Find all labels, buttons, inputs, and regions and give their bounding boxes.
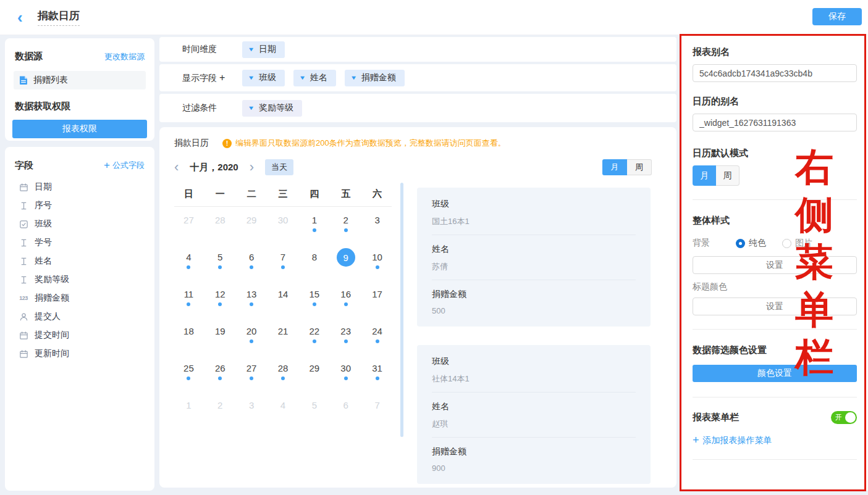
- mode-month-button[interactable]: 月: [693, 165, 716, 186]
- day-cell-5[interactable]: 5: [298, 399, 330, 429]
- datasource-item[interactable]: 捐赠列表: [14, 71, 146, 89]
- field-item-5[interactable]: 姓名: [12, 252, 147, 270]
- report-alias-label: 报表别名: [693, 46, 857, 58]
- toggle-knob: [845, 412, 856, 423]
- today-button[interactable]: 当天: [265, 159, 293, 175]
- calendar-week-row: 45678910: [173, 244, 393, 281]
- day-cell-6[interactable]: 6: [330, 399, 361, 429]
- day-cell-13[interactable]: 13: [236, 288, 268, 318]
- text-icon: [19, 257, 28, 266]
- caret-down-icon: ▼: [350, 75, 358, 81]
- field-tag[interactable]: ▼捐赠金额: [345, 70, 405, 86]
- day-cell-1[interactable]: 1: [298, 214, 330, 244]
- field-item-9[interactable]: 提交时间: [12, 326, 147, 344]
- field-tag[interactable]: ▼奖励等级: [242, 100, 302, 117]
- day-cell-5[interactable]: 5: [204, 251, 236, 281]
- day-number: 24: [361, 325, 393, 338]
- calendar-week-row: 18192021222324: [173, 318, 393, 355]
- day-cell-8[interactable]: 8: [298, 251, 330, 281]
- radio-unselected-icon: [782, 239, 791, 248]
- day-cell-29[interactable]: 29: [298, 362, 330, 392]
- day-cell-7[interactable]: 7: [268, 251, 299, 281]
- day-cell-19[interactable]: 19: [204, 325, 236, 355]
- day-cell-20[interactable]: 20: [236, 325, 268, 355]
- bg-solid-radio[interactable]: 纯色: [736, 238, 766, 249]
- day-cell-31[interactable]: 31: [361, 362, 393, 392]
- day-cell-21[interactable]: 21: [268, 325, 299, 355]
- event-card-1[interactable]: 班级国土16本1姓名苏倩捐赠金额500: [417, 188, 651, 327]
- day-number: 12: [204, 288, 236, 301]
- day-cell-6[interactable]: 6: [236, 251, 268, 281]
- warning-icon: !: [222, 139, 232, 148]
- day-cell-16[interactable]: 16: [330, 288, 361, 318]
- event-field-value: 500: [432, 306, 636, 315]
- report-permission-button[interactable]: 报表权限: [12, 120, 147, 138]
- add-display-field-icon[interactable]: +: [219, 72, 225, 83]
- bg-image-radio[interactable]: 图片: [782, 238, 812, 249]
- day-cell-27[interactable]: 27: [173, 214, 204, 244]
- day-cell-25[interactable]: 25: [173, 362, 204, 392]
- day-cell-22[interactable]: 22: [298, 325, 330, 355]
- menu-bar-toggle[interactable]: 开: [831, 411, 857, 424]
- add-formula-field-link[interactable]: + 公式字段: [104, 159, 145, 172]
- field-tag[interactable]: ▼班级: [242, 70, 285, 86]
- day-cell-24[interactable]: 24: [361, 325, 393, 355]
- view-month-button[interactable]: 月: [602, 159, 627, 175]
- day-cell-27[interactable]: 27: [236, 362, 268, 392]
- field-item-4[interactable]: 学号: [12, 233, 147, 252]
- day-cell-17[interactable]: 17: [361, 288, 393, 318]
- day-cell-2[interactable]: 2: [204, 399, 236, 429]
- day-cell-18[interactable]: 18: [173, 325, 204, 355]
- day-cell-14[interactable]: 14: [268, 288, 299, 318]
- title-color-setting-button[interactable]: 设置: [693, 297, 857, 315]
- background-color-setting-button[interactable]: 设置: [693, 256, 857, 274]
- prev-month-icon[interactable]: ‹: [174, 160, 179, 174]
- field-item-8[interactable]: 提交人: [12, 307, 147, 326]
- day-cell-29[interactable]: 29: [236, 214, 268, 244]
- datasource-item-label: 捐赠列表: [33, 75, 68, 86]
- day-cell-1[interactable]: 1: [173, 399, 204, 429]
- field-tag[interactable]: ▼日期: [242, 41, 285, 58]
- back-icon[interactable]: ‹: [17, 9, 23, 25]
- add-report-menu-link[interactable]: + 添加报表操作菜单: [693, 434, 857, 447]
- field-item-1[interactable]: 日期: [12, 178, 147, 196]
- field-item-7[interactable]: 123捐赠金额: [12, 289, 147, 307]
- day-number: 16: [330, 288, 361, 301]
- day-cell-15[interactable]: 15: [298, 288, 330, 318]
- calendar-alias-input[interactable]: [693, 114, 857, 131]
- day-cell-11[interactable]: 11: [173, 288, 204, 318]
- field-item-6[interactable]: 奖励等级: [12, 270, 147, 289]
- day-cell-3[interactable]: 3: [236, 399, 268, 429]
- event-card-2[interactable]: 班级社体14本1姓名赵琪捐赠金额900: [417, 345, 651, 484]
- day-cell-12[interactable]: 12: [204, 288, 236, 318]
- day-cell-10[interactable]: 10: [361, 251, 393, 281]
- field-tag[interactable]: ▼姓名: [293, 70, 336, 86]
- field-item-10[interactable]: 更新时间: [12, 344, 147, 363]
- view-week-button[interactable]: 周: [627, 159, 652, 175]
- day-cell-30[interactable]: 30: [330, 362, 361, 392]
- day-cell-3[interactable]: 3: [361, 214, 393, 244]
- save-button[interactable]: 保存: [812, 8, 862, 25]
- events-scrollbar[interactable]: [400, 183, 403, 437]
- text-icon: [19, 238, 28, 248]
- next-month-icon[interactable]: ›: [250, 160, 254, 174]
- field-item-3[interactable]: 班级: [12, 215, 147, 233]
- day-cell-23[interactable]: 23: [330, 325, 361, 355]
- field-item-2[interactable]: 序号: [12, 196, 147, 215]
- day-cell-30[interactable]: 30: [268, 214, 299, 244]
- color-setting-button[interactable]: 颜色设置: [693, 365, 857, 382]
- change-datasource-link[interactable]: 更改数据源: [104, 51, 145, 62]
- report-alias-input[interactable]: [693, 64, 857, 82]
- day-cell-26[interactable]: 26: [204, 362, 236, 392]
- day-cell-9[interactable]: 9: [330, 251, 361, 281]
- day-cell-28[interactable]: 28: [268, 362, 299, 392]
- plus-icon: +: [104, 159, 110, 172]
- day-cell-4[interactable]: 4: [173, 251, 204, 281]
- day-cell-28[interactable]: 28: [204, 214, 236, 244]
- mode-week-button[interactable]: 周: [716, 165, 739, 186]
- day-cell-2[interactable]: 2: [330, 214, 361, 244]
- day-number: 18: [173, 325, 204, 338]
- default-mode-label: 日历默认模式: [693, 148, 857, 159]
- day-cell-4[interactable]: 4: [268, 399, 299, 429]
- day-cell-7[interactable]: 7: [361, 399, 393, 429]
